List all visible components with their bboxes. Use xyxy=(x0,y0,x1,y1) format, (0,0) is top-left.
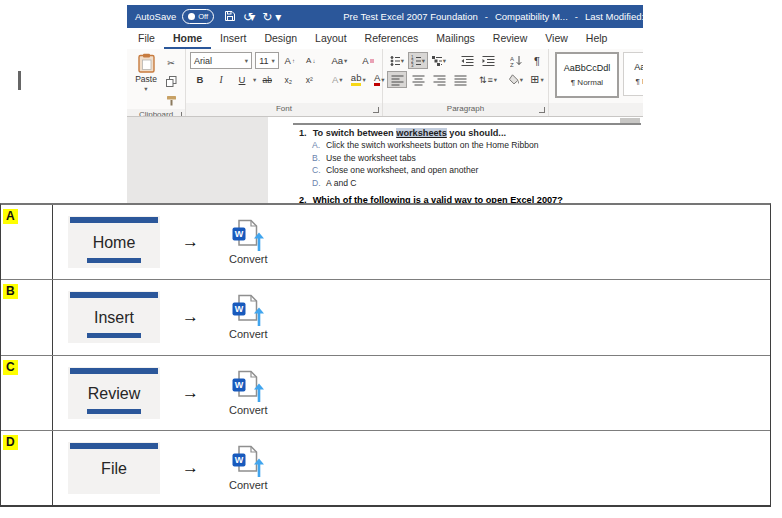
superscript-button[interactable]: x² xyxy=(299,71,319,88)
font-name-combo[interactable]: Arial ▾ xyxy=(190,52,252,69)
autosave-toggle[interactable]: Off xyxy=(182,9,214,24)
paragraph-group-label: Paragraph xyxy=(383,103,548,116)
multilevel-dropdown-icon: ▾ xyxy=(443,57,446,65)
last-modified-label: Last Modified: 21 August xyxy=(585,11,643,22)
document-text[interactable]: 1. To switch between worksheets you shou… xyxy=(299,128,639,188)
copy-icon[interactable] xyxy=(161,73,181,90)
redo-icon[interactable]: ↻ xyxy=(262,11,272,23)
paste-dropdown-icon[interactable]: ▾ xyxy=(144,85,147,93)
title-separator: - xyxy=(575,11,578,22)
align-center-button[interactable] xyxy=(408,71,428,88)
borders-grid-icon: ⊞ xyxy=(530,73,539,86)
numbering-button[interactable]: 123 ▾ xyxy=(408,52,428,69)
question-1-number: 1. xyxy=(299,128,307,138)
ribbon-tab-mailings[interactable]: Mailings xyxy=(427,28,484,49)
answer-content-cell: Insert → W Convert xyxy=(53,280,770,354)
ribbon-tab-file[interactable]: File xyxy=(129,28,164,49)
change-case-button[interactable]: Aa▾ xyxy=(329,52,349,69)
shading-button[interactable]: ▾ xyxy=(506,71,526,88)
bullets-button[interactable]: ▾ xyxy=(387,52,407,69)
paragraph-dialog-launcher-icon[interactable] xyxy=(539,107,545,113)
italic-button[interactable]: I xyxy=(211,71,231,88)
sort-button[interactable]: AZ xyxy=(506,52,526,69)
ribbon-tab-help[interactable]: Help xyxy=(577,28,617,49)
font-group-label-text: Font xyxy=(276,104,292,113)
font-name-dropdown-icon: ▾ xyxy=(245,57,248,65)
toggle-knob xyxy=(188,13,195,20)
paste-button[interactable]: Paste ▾ xyxy=(131,52,161,109)
save-icon[interactable] xyxy=(224,10,236,24)
convert-button[interactable]: W Convert xyxy=(229,445,268,491)
answer-letter-c: C xyxy=(3,360,18,375)
increase-indent-button[interactable] xyxy=(478,52,498,69)
ribbon-tab-references[interactable]: References xyxy=(356,28,428,49)
convert-label: Convert xyxy=(229,404,268,416)
style-no-spacing[interactable]: AaBbCcD ¶ No Spac xyxy=(623,52,643,96)
tab-label: Home xyxy=(93,234,136,252)
subscript-button[interactable]: x₂ xyxy=(278,71,298,88)
convert-label: Convert xyxy=(229,328,268,340)
tab-screenshot-home[interactable]: Home xyxy=(68,216,160,268)
clipboard-icon xyxy=(138,53,155,73)
font-size-value: 11 xyxy=(259,56,268,66)
text-effects-dropdown-icon: ▾ xyxy=(339,76,342,84)
window-title: Pre Test Excel 2007 Foundation - Compati… xyxy=(343,11,643,22)
ribbon-tab-insert[interactable]: Insert xyxy=(211,28,255,49)
cut-icon[interactable]: ✂ xyxy=(161,54,181,71)
style-normal[interactable]: AaBbCcDdl ¶ Normal xyxy=(555,52,619,98)
document-title: Pre Test Excel 2007 Foundation xyxy=(343,11,478,22)
question-1: 1. To switch between worksheets you shou… xyxy=(299,128,639,138)
word-window: AutoSave Off ↺▾ ↻ ▾ Pre Test Excel 2007 … xyxy=(127,5,643,203)
line-spacing-button[interactable]: ⇅≡▾ xyxy=(478,71,498,88)
borders-dropdown-icon: ▾ xyxy=(540,76,543,84)
text-effects-button[interactable]: A▾ xyxy=(327,71,347,88)
line-spacing-dropdown-icon: ▾ xyxy=(494,76,497,84)
convert-button[interactable]: W Convert xyxy=(229,294,268,340)
borders-button[interactable]: ⊞▾ xyxy=(527,71,547,88)
customize-qat-icon[interactable]: ▾ xyxy=(275,11,281,23)
multilevel-list-button[interactable]: ▾ xyxy=(429,52,449,69)
align-right-button[interactable] xyxy=(429,71,449,88)
table-row-d: D File → W xyxy=(1,431,770,505)
clear-formatting-button[interactable]: A xyxy=(358,52,378,69)
tab-screenshot-file[interactable]: File xyxy=(68,442,160,494)
align-left-button[interactable] xyxy=(387,71,407,88)
ribbon-tab-layout[interactable]: Layout xyxy=(306,28,356,49)
bold-button[interactable]: B xyxy=(190,71,210,88)
question-2-number: 2. xyxy=(299,195,307,203)
tab-screenshot-insert[interactable]: Insert xyxy=(68,291,160,343)
ribbon-tab-design[interactable]: Design xyxy=(255,28,306,49)
ribbon-tab-view[interactable]: View xyxy=(536,28,577,49)
question-1-text: To switch between worksheets you should.… xyxy=(313,128,506,138)
option-d-text: A and C xyxy=(326,178,357,188)
font-size-combo[interactable]: 11 ▾ xyxy=(255,52,279,69)
tab-selected-underline xyxy=(87,258,141,263)
card-top-bar xyxy=(70,443,158,449)
ribbon-tab-review[interactable]: Review xyxy=(484,28,536,49)
document-area: 1. To switch between worksheets you shou… xyxy=(127,116,643,203)
convert-button[interactable]: W Convert xyxy=(229,219,268,265)
decrease-indent-button[interactable] xyxy=(457,52,477,69)
card-top-bar xyxy=(70,368,158,374)
shrink-font-button[interactable]: A↓ xyxy=(301,52,321,69)
grow-font-button[interactable]: A↑ xyxy=(280,52,300,69)
undo-button[interactable]: ↺▾ xyxy=(243,11,255,23)
strikethrough-button[interactable]: ab xyxy=(257,71,277,88)
highlight-color-button[interactable]: ab▾ xyxy=(348,71,368,88)
underline-dropdown-icon[interactable]: ▾ xyxy=(253,76,256,84)
format-painter-icon[interactable] xyxy=(161,92,181,109)
tab-screenshot-review[interactable]: Review xyxy=(68,367,160,419)
right-arrow-icon: → xyxy=(182,458,199,478)
answer-table: A Home → W xyxy=(0,203,771,507)
justify-button[interactable] xyxy=(450,71,470,88)
undo-dropdown-icon[interactable]: ▾ xyxy=(249,10,255,24)
underline-button[interactable]: U xyxy=(232,71,252,88)
question-1-after: you should... xyxy=(447,128,506,138)
ribbon-tab-home[interactable]: Home xyxy=(164,28,211,49)
font-dialog-launcher-icon[interactable] xyxy=(373,107,379,113)
autosave-state: Off xyxy=(198,12,208,21)
convert-button[interactable]: W Convert xyxy=(229,370,268,416)
show-paragraph-marks-button[interactable]: ¶ xyxy=(527,52,547,69)
screenshot-canvas: AutoSave Off ↺▾ ↻ ▾ Pre Test Excel 2007 … xyxy=(0,0,782,518)
line-spacing-lines-icon: ≡ xyxy=(488,75,493,85)
